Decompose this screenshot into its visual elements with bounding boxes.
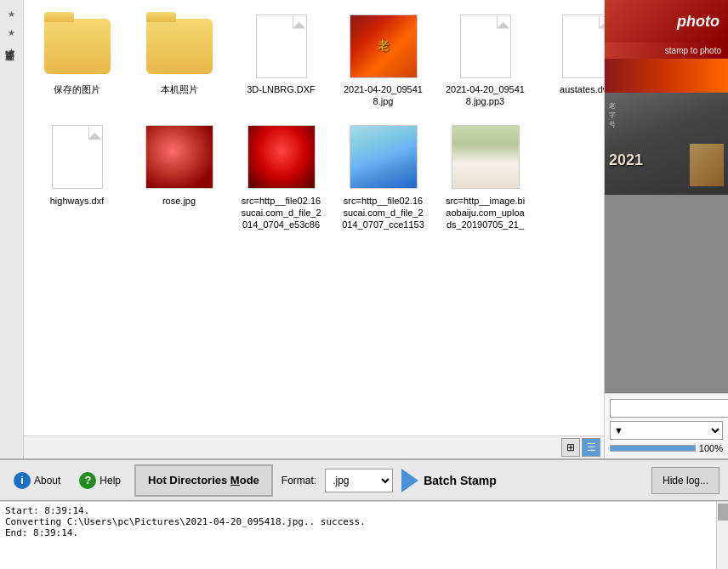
sidebar: ★ ★ ★ 浏览器下载: [0, 0, 24, 458]
format-label: Format:: [282, 475, 316, 486]
file-panel: ★ ★ ★ 浏览器下载 保存的图片 本机照片: [0, 0, 605, 458]
file-name: src=http__file02.16sucai.com_d_file_2014…: [342, 195, 424, 230]
list-item[interactable]: src=http__image.biaobaiju.com_uploads_20…: [441, 120, 530, 234]
doc-icon: [562, 14, 605, 78]
doc-icon-area: [247, 12, 316, 80]
file-name: 保存的图片: [54, 83, 100, 95]
image-thumbnail: [350, 125, 418, 189]
preview-image: 老字号 2021: [605, 59, 728, 393]
image-icon-area: [452, 123, 520, 191]
list-item[interactable]: 3D-LNBRG.DXF: [236, 9, 326, 111]
file-name: austates.dwg: [560, 83, 604, 95]
doc-icon-area: [452, 12, 520, 80]
grid-view-button[interactable]: ⊞: [561, 438, 580, 457]
list-item[interactable]: 本机照片: [134, 9, 224, 111]
batch-stamp-label: Batch Stamp: [424, 474, 497, 487]
image-icon-area: [145, 123, 213, 191]
image-icon-area: 老: [350, 12, 418, 80]
main-area: ★ ★ ★ 浏览器下载 保存的图片 本机照片: [0, 0, 728, 458]
preview-area: 老字号 2021: [605, 59, 728, 393]
doc-icon-area: [554, 12, 605, 80]
doc-icon-area: [43, 123, 111, 191]
image-thumbnail: [452, 125, 520, 189]
zoom-label: 100%: [699, 443, 723, 453]
mode-select[interactable]: ▼: [610, 421, 723, 440]
sidebar-icon-3[interactable]: ★: [5, 44, 19, 58]
file-name: 3D-LNBRG.DXF: [247, 83, 316, 95]
file-grid: 保存的图片 本机照片 3D-LNBRG.DXF: [32, 9, 595, 234]
file-name: 2021-04-20_095418.jpg.pp3: [444, 83, 526, 108]
select-row: ▼: [610, 421, 723, 440]
preview-year: 2021: [609, 151, 643, 169]
app-title: photo: [605, 0, 728, 43]
list-item[interactable]: 2021-04-20_095418.jpg.pp3: [441, 9, 530, 111]
help-button[interactable]: ? Help: [74, 469, 126, 492]
log-panel: Start: 8:39:14. Converting C:\Users\pc\P…: [0, 501, 728, 569]
zoom-row: 100%: [610, 443, 723, 453]
help-icon: ?: [79, 472, 96, 489]
log-scroll-thumb[interactable]: [718, 504, 728, 521]
about-button[interactable]: i About: [9, 469, 65, 492]
zoom-fill: [611, 446, 695, 451]
doc-icon: [52, 125, 103, 189]
list-item[interactable]: src=http__file02.16sucai.com_d_file_2014…: [236, 120, 326, 234]
file-grid-area: 保存的图片 本机照片 3D-LNBRG.DXF: [24, 0, 604, 435]
file-name: 本机照片: [161, 83, 198, 95]
image-icon-area: [247, 123, 316, 191]
about-label: About: [34, 475, 60, 486]
list-view-button[interactable]: ☰: [582, 438, 600, 457]
log-line-2: Converting C:\Users\pc\Pictures\2021-04-…: [5, 516, 723, 527]
right-panel-controls: ... ▼ 100%: [605, 393, 728, 458]
doc-icon: [256, 14, 307, 78]
path-input-row: ...: [610, 399, 723, 418]
list-item[interactable]: austates.dwg: [543, 9, 604, 111]
bottom-toolbar: i About ? Help Hot Directories Mode Form…: [0, 458, 728, 501]
image-icon-area: [350, 123, 418, 191]
app-subtitle: stamp to photo: [605, 43, 728, 59]
preview-top-bar: [605, 59, 728, 93]
folder-icon-area: [145, 12, 213, 80]
hide-log-button[interactable]: Hide log...: [651, 467, 719, 494]
file-name: src=http__file02.16sucai.com_d_file_2014…: [240, 195, 322, 230]
sidebar-icon-2[interactable]: ★: [5, 26, 19, 39]
list-item[interactable]: 保存的图片: [32, 9, 122, 111]
image-thumbnail: 老: [350, 14, 418, 78]
file-name: highways.dxf: [50, 195, 105, 207]
folder-icon: [146, 19, 213, 74]
folder-icon: [44, 19, 111, 74]
hot-directories-button[interactable]: Hot Directories Mode: [134, 464, 273, 497]
folder-icon-area: [43, 12, 111, 80]
file-name: 2021-04-20_095418.jpg: [342, 83, 424, 108]
list-item[interactable]: 老 2021-04-20_095418.jpg: [338, 9, 428, 111]
list-item[interactable]: highways.dxf: [32, 120, 122, 234]
file-name: rose.jpg: [162, 195, 196, 207]
log-scrollbar[interactable]: [716, 502, 728, 569]
format-select[interactable]: .jpg .png .bmp .tif: [325, 469, 393, 492]
preview-mid: 老字号 2021: [605, 93, 728, 195]
doc-icon: [460, 14, 511, 78]
file-name: src=http__image.biaobaiju.com_uploads_20…: [444, 195, 526, 230]
log-line-1: Start: 8:39:14.: [5, 505, 723, 516]
play-icon: [401, 469, 418, 492]
hot-dir-label: Hot Directories Mode: [148, 474, 259, 486]
right-panel: photo stamp to photo 老字号 2021: [605, 0, 728, 458]
view-mode-bar: ⊞ ☰: [0, 435, 604, 458]
list-item[interactable]: rose.jpg: [134, 120, 224, 234]
help-label: Help: [100, 475, 121, 486]
path-input[interactable]: [610, 399, 728, 418]
zoom-bar: [610, 445, 696, 452]
image-thumbnail: [247, 125, 316, 189]
sidebar-icon-1[interactable]: ★: [5, 7, 19, 20]
about-icon: i: [14, 472, 31, 489]
list-item[interactable]: src=http__file02.16sucai.com_d_file_2014…: [338, 120, 428, 234]
image-thumbnail: [145, 125, 213, 189]
log-line-3: End: 8:39:14.: [5, 527, 723, 538]
batch-stamp-button[interactable]: Batch Stamp: [401, 469, 497, 492]
